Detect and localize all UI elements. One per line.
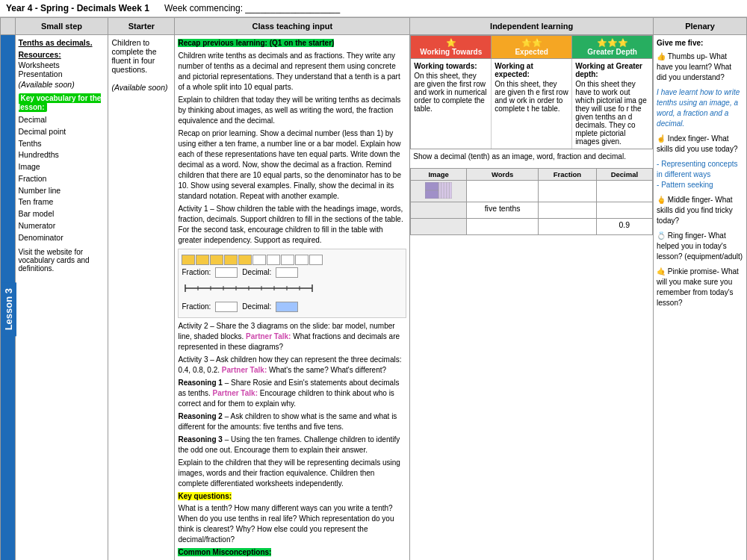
class-input-cell: Recap previous learning: (Q1 on the star… (175, 35, 410, 561)
plenary-index: ☝ Index finger- What skills did you use … (657, 134, 743, 155)
plenary-learn-text: I have learnt how to write tenths using … (657, 87, 743, 129)
recap-prior: Recap on prior learning. Show a decimal … (178, 128, 406, 202)
exp-star: ⭐⭐ (494, 38, 569, 48)
il-table: Image Words Fraction Decimal (410, 168, 653, 235)
decimal-input-box-2 (276, 302, 298, 312)
independent-cell: ⭐ Working Towards ⭐⭐ Expected ⭐⭐⭐ Greate… (410, 35, 654, 561)
activity3: Activity 3 – Ask children how they can r… (178, 355, 406, 376)
decimal-label: Decimal: (242, 267, 271, 278)
tenths-bar-cell (238, 255, 252, 265)
gd-header: ⭐⭐⭐ Greater Depth (572, 36, 653, 59)
skill-2: - Pattern seeking (657, 180, 743, 190)
tenths-bar-cell-empty (309, 255, 323, 265)
skill-1: - Representing concepts in different way… (657, 159, 743, 180)
il-col-fraction: Fraction (539, 169, 596, 181)
partner-talk-2-q: What's the same? What's different? (269, 366, 386, 374)
il-row3-decimal: 0.9 (596, 219, 652, 235)
vocab-bar-model: Bar model (19, 208, 105, 220)
vocab-denominator: Denominator (19, 232, 105, 244)
tenths-bar-cell-empty (281, 255, 294, 265)
tenths-bar-cell-empty (295, 255, 309, 265)
grid-icon (425, 182, 452, 199)
il-row1-fraction (539, 181, 596, 202)
il-row-1 (411, 181, 653, 202)
resources-label: Resources: (19, 50, 105, 59)
fraction-label: Fraction: (182, 267, 211, 278)
il-row2-fraction (539, 202, 596, 219)
lesson-label: Lesson 3 (1, 282, 16, 336)
il-row2-image (411, 202, 467, 219)
il-col-words: Words (466, 169, 538, 181)
reasoning2: Reasoning 2 – Ask children to show what … (178, 411, 406, 432)
visit-text: Visit the website for vocabulary cards a… (19, 248, 105, 273)
wt-content: Working towards: On this sheet, they are… (411, 59, 492, 149)
fraction-input-box-2 (215, 302, 238, 312)
plenary-intro: Give me five: (657, 38, 743, 49)
starter-cell: Children to complete the fluent in four … (108, 35, 175, 561)
available-soon: (Available soon) (19, 80, 105, 89)
key-questions-text: What is a tenth? How many different ways… (178, 503, 406, 545)
plenary-skills: - Representing concepts in different way… (657, 159, 743, 190)
svg-rect-23 (425, 190, 438, 199)
key-vocab-label: Key vocabulary for the lesson: (19, 93, 102, 112)
vocab-number-line: Number line (19, 185, 105, 197)
fraction-decimal-row-2: Fraction: Decimal: (182, 302, 403, 312)
resource-presentation: Presentation (19, 69, 105, 78)
il-row1-decimal (596, 181, 652, 202)
fraction-decimal-row: Fraction: Decimal: (182, 267, 403, 278)
lesson-col-header (1, 18, 16, 35)
il-row3-fraction (539, 219, 596, 235)
exp-content: Working at expected: On this sheet, they… (492, 59, 572, 149)
exp-header: ⭐⭐ Expected (492, 36, 572, 59)
plenary-pinkie: 🤙 Pinkie promise- What will you make sur… (657, 267, 743, 308)
fraction-label-2: Fraction: (182, 302, 211, 312)
independent-header: Independent learning (410, 18, 654, 35)
il-row-2: five tenths (411, 202, 653, 219)
tenths-diagram: Fraction: Decimal: (178, 249, 406, 318)
fraction-input-box (215, 267, 238, 278)
il-row1-image (411, 181, 467, 202)
gd-content: Working at Greater depth: On this sheet … (572, 59, 653, 149)
vocab-tenths: Tenths (19, 138, 105, 150)
number-line-svg (182, 281, 316, 296)
il-row2-words: five tenths (466, 202, 538, 219)
plenary-middle: 🖕 Middle finger- What skills did you fin… (657, 195, 743, 226)
vocab-fraction: Fraction (19, 173, 105, 185)
il-row3-image (411, 219, 467, 235)
tenths-bar-cell (182, 255, 195, 265)
lesson-number-cell: Lesson 3 (1, 35, 16, 561)
explain-2: Explain to the children that they will b… (178, 458, 406, 489)
plenary-cell: Give me five: 👍 Thumbs up- What have you… (654, 35, 747, 561)
vocab-numerator: Numerator (19, 220, 105, 232)
explain-1: Explain to children that today they will… (178, 95, 406, 126)
plenary-thumb: 👍 Thumbs up- What have you learnt? What … (657, 52, 743, 83)
svg-rect-22 (425, 182, 438, 190)
vocab-image: Image (19, 161, 105, 173)
vocab-ten-frame: Ten frame (19, 196, 105, 208)
recap-body: Children write tenths as decimals and as… (178, 51, 406, 93)
small-step-header: Small step (15, 18, 108, 35)
page-title: Year 4 - Spring - Decimals Week 1 (6, 3, 149, 13)
decimal-label-2: Decimal: (242, 302, 271, 312)
wt-header: ⭐ Working Towards (411, 36, 492, 59)
tenths-bar-cell (210, 255, 223, 265)
number-line-container (182, 281, 403, 299)
week-commencing: Week commencing: ___________________ (164, 3, 741, 13)
partner-talk-2: Partner Talk: (222, 366, 267, 374)
il-row-3: 0.9 (411, 219, 653, 235)
tenths-bar-cell-empty (267, 255, 280, 265)
key-questions-label: Key questions: (178, 492, 232, 500)
gd-star: ⭐⭐⭐ (574, 38, 650, 48)
wt-star: ⭐ (413, 38, 489, 48)
vocab-hundredths: Hundredths (19, 149, 105, 161)
activity2: Activity 2 – Share the 3 diagrams on the… (178, 321, 406, 352)
tenths-bar-cell (224, 255, 238, 265)
reasoning3: Reasoning 3 – Using the ten frames. Chal… (178, 435, 406, 455)
tenths-bar-cell-empty (252, 255, 266, 265)
vocab-decimal: Decimal (19, 114, 105, 126)
small-step-cell: Tenths as decimals. Resources: Worksheet… (15, 35, 108, 561)
starter-text: Children to complete the fluent in four … (111, 38, 171, 74)
key-questions-container: Key questions: (178, 491, 406, 502)
decimal-input-box (276, 267, 298, 278)
common-misc-container: Common Misconceptions: (178, 547, 406, 558)
